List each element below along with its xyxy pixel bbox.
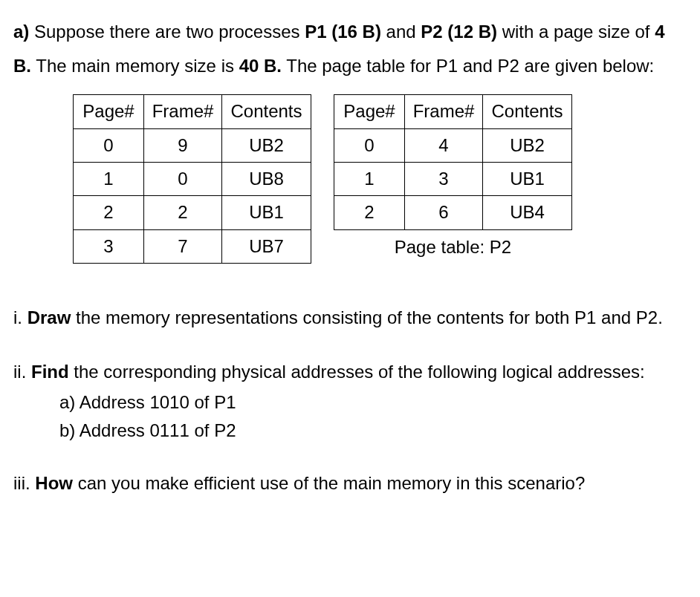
intro-text-3: with a page size of (497, 22, 655, 42)
q2-keyword: Find (31, 362, 69, 382)
question-2: ii. Find the corresponding physical addr… (13, 356, 687, 445)
cell: UB4 (483, 196, 572, 229)
cell: 2 (144, 196, 222, 229)
cell: 1 (74, 162, 144, 195)
table-row: 0 4 UB2 (334, 128, 572, 162)
intro-text-1: Suppose there are two processes (29, 22, 305, 42)
question-3: iii. How can you make efficient use of t… (13, 467, 687, 499)
table-row: 3 7 UB7 (74, 229, 311, 263)
intro-text-5: The page table for P1 and P2 are given b… (282, 56, 654, 76)
q1-num: i. (13, 307, 27, 327)
p2-label: P2 (12 B) (421, 22, 497, 42)
header-contents: Contents (483, 95, 572, 128)
q1-text: the memory representations consisting of… (71, 307, 662, 327)
cell: 2 (334, 196, 405, 229)
q3-keyword: How (35, 473, 73, 493)
cell: UB1 (483, 162, 572, 195)
questions-list: i. Draw the memory representations consi… (13, 301, 687, 499)
p2-caption: Page table: P2 (395, 230, 511, 264)
q2-sub-a: a) Address 1010 of P1 (13, 388, 687, 417)
cell: 4 (405, 128, 483, 162)
table-row: 1 0 UB8 (74, 162, 311, 195)
tables-container: Page# Frame# Contents 0 9 UB2 1 0 UB8 2 … (73, 94, 687, 264)
p2-table-container: Page# Frame# Contents 0 4 UB2 1 3 UB1 2 … (334, 94, 572, 264)
table-row: 2 6 UB4 (334, 196, 572, 229)
cell: 3 (405, 162, 483, 195)
table-header-row: Page# Frame# Contents (74, 95, 311, 128)
header-contents: Contents (222, 95, 311, 128)
p1-page-table: Page# Frame# Contents 0 9 UB2 1 0 UB8 2 … (73, 94, 311, 264)
cell: 1 (334, 162, 405, 195)
table-row: 0 9 UB2 (74, 128, 311, 162)
q2-text: the corresponding physical addresses of … (69, 362, 645, 382)
p2-page-table: Page# Frame# Contents 0 4 UB2 1 3 UB1 2 … (334, 94, 572, 230)
q2-num: ii. (13, 362, 31, 382)
table-header-row: Page# Frame# Contents (334, 95, 572, 128)
cell: UB2 (483, 128, 572, 162)
header-frame: Frame# (405, 95, 483, 128)
label-a: a) (13, 22, 29, 42)
cell: 6 (405, 196, 483, 229)
table-row: 2 2 UB1 (74, 196, 311, 229)
q3-num: iii. (13, 473, 35, 493)
cell: 0 (74, 128, 144, 162)
header-page: Page# (74, 95, 144, 128)
p1-label: P1 (16 B) (305, 22, 381, 42)
q3-text: can you make efficient use of the main m… (73, 473, 585, 493)
cell: 0 (334, 128, 405, 162)
question-1: i. Draw the memory representations consi… (13, 301, 687, 333)
cell: 9 (144, 128, 222, 162)
intro-text-2: and (381, 22, 421, 42)
cell: UB1 (222, 196, 311, 229)
q2-sub-b: b) Address 0111 of P2 (13, 417, 687, 445)
cell: UB8 (222, 162, 311, 195)
cell: 7 (144, 229, 222, 263)
header-frame: Frame# (144, 95, 222, 128)
intro-text-4: The main memory size is (31, 56, 239, 76)
cell: 3 (74, 229, 144, 263)
table-row: 1 3 UB1 (334, 162, 572, 195)
cell: UB2 (222, 128, 311, 162)
p1-table-container: Page# Frame# Contents 0 9 UB2 1 0 UB8 2 … (73, 94, 311, 264)
header-page: Page# (334, 95, 405, 128)
q1-keyword: Draw (27, 307, 71, 327)
intro-paragraph: a) Suppose there are two processes P1 (1… (13, 15, 687, 82)
mem-size: 40 B. (239, 56, 282, 76)
cell: 2 (74, 196, 144, 229)
cell: UB7 (222, 229, 311, 263)
cell: 0 (144, 162, 222, 195)
